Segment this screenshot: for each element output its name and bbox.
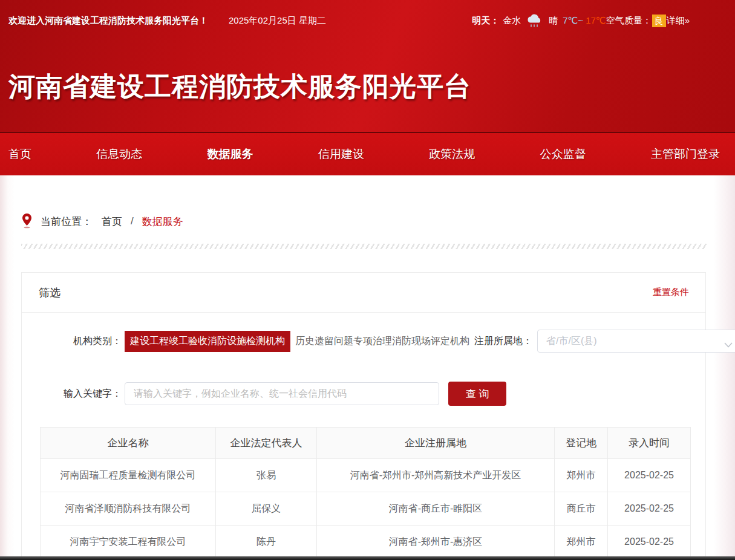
table-cell: 河南省泽顺消防科技有限公司 — [41, 492, 216, 526]
weather-condition: 晴 — [549, 15, 558, 27]
breadcrumb-separator: / — [131, 215, 134, 227]
breadcrumb: 当前位置： 首页 / 数据服务 — [22, 213, 183, 230]
category-option[interactable]: 建设工程竣工验收消防设施检测机构 — [125, 331, 290, 352]
air-quality-badge: 良 — [652, 15, 666, 27]
region-select[interactable]: 省/市/区(县) — [537, 330, 735, 353]
location-pin-icon — [22, 213, 32, 230]
nav-item[interactable]: 首页 — [8, 146, 31, 162]
weather-district: 金水 — [503, 15, 521, 27]
table-cell: 河南省-郑州市-惠济区 — [317, 526, 555, 559]
nav-item[interactable]: 信用建设 — [318, 146, 364, 162]
date-text: 2025年02月25日 星期二 — [229, 15, 326, 27]
slash-pattern-divider — [21, 244, 707, 249]
table-cell: 郑州市 — [555, 459, 608, 492]
breadcrumb-current: 数据服务 — [142, 215, 183, 229]
page-title: 河南省建设工程消防技术服务阳光平台 — [8, 69, 471, 105]
weather-temp-high: 17℃ — [586, 15, 606, 26]
table-cell: 商丘市 — [555, 492, 608, 526]
weather-detail-link[interactable]: 详细» — [667, 15, 690, 27]
region-select-placeholder: 省/市/区(县) — [546, 335, 597, 348]
nav-item[interactable]: 公众监督 — [540, 146, 586, 162]
table-cell: 河南省-郑州市-郑州高新技术产业开发区 — [317, 459, 555, 492]
nav-item[interactable]: 信息动态 — [96, 146, 142, 162]
chevron-down-icon — [724, 339, 733, 350]
filter-panel: 筛选 重置条件 机构类别： 建设工程竣工验收消防设施检测机构历史遗留问题专项治理… — [21, 272, 706, 560]
welcome-text: 欢迎进入河南省建设工程消防技术服务阳光平台！ — [8, 15, 208, 27]
air-quality-label: 空气质量： — [606, 15, 652, 27]
keyword-input[interactable] — [125, 382, 439, 405]
filter-panel-body: 机构类别： 建设工程竣工验收消防设施检测机构历史遗留问题专项治理消防现场评定机构… — [22, 313, 705, 559]
region-label: 注册所属地： — [474, 335, 532, 348]
weather-widget: 明天： 金水 晴 7℃~ 17℃ 空气质量： 良 详细» — [472, 13, 690, 28]
table-header-cell: 企业名称 — [41, 428, 216, 459]
filter-panel-header: 筛选 重置条件 — [22, 273, 705, 313]
category-label: 机构类别： — [57, 335, 122, 348]
table-cell: 河南宇宁安装工程有限公司 — [41, 526, 216, 559]
table-row[interactable]: 河南宇宁安装工程有限公司陈丹河南省-郑州市-惠济区郑州市2025-02-25 — [41, 526, 691, 559]
table-cell: 2025-02-25 — [608, 459, 691, 492]
weather-tomorrow-label: 明天： — [472, 15, 499, 27]
table-cell: 2025-02-25 — [608, 492, 691, 526]
table-header-cell: 录入时间 — [608, 428, 691, 459]
page: 欢迎进入河南省建设工程消防技术服务阳光平台！ 2025年02月25日 星期二 明… — [0, 0, 735, 560]
table-cell: 郑州市 — [555, 526, 608, 559]
nav-item[interactable]: 政策法规 — [429, 146, 475, 162]
breadcrumb-label: 当前位置： — [41, 215, 92, 229]
table-cell: 陈丹 — [216, 526, 317, 559]
table-cell: 河南固瑞工程质量检测有限公司 — [41, 459, 216, 492]
table-row[interactable]: 河南省泽顺消防科技有限公司屈保义河南省-商丘市-睢阳区商丘市2025-02-25 — [41, 492, 691, 526]
content-area: 当前位置： 首页 / 数据服务 筛选 重置条件 机构类别： 建设工程竣工验收消防… — [0, 175, 735, 560]
table-cell: 屈保义 — [216, 492, 317, 526]
table-header-row: 企业名称企业法定代表人企业注册属地登记地录入时间 — [41, 428, 691, 459]
nav-item[interactable]: 主管部门登录 — [651, 146, 720, 162]
keyword-filter-row: 输入关键字： 查 询 — [57, 382, 689, 406]
breadcrumb-home-link[interactable]: 首页 — [102, 215, 122, 229]
table-header-cell: 企业注册属地 — [317, 428, 555, 459]
table-cell: 河南省-商丘市-睢阳区 — [317, 492, 555, 526]
top-bar: 欢迎进入河南省建设工程消防技术服务阳光平台！ 2025年02月25日 星期二 明… — [0, 0, 735, 28]
table-cell: 张易 — [216, 459, 317, 492]
table-header-cell: 登记地 — [555, 428, 608, 459]
table-row[interactable]: 河南固瑞工程质量检测有限公司张易河南省-郑州市-郑州高新技术产业开发区郑州市20… — [41, 459, 691, 492]
site-header: 欢迎进入河南省建设工程消防技术服务阳光平台！ 2025年02月25日 星期二 明… — [0, 0, 735, 132]
cloud-drizzle-icon — [526, 13, 544, 28]
weather-temp-low: 7℃~ — [563, 15, 583, 26]
category-options: 建设工程竣工验收消防设施检测机构历史遗留问题专项治理消防现场评定机构 — [125, 331, 474, 352]
category-filter-row: 机构类别： 建设工程竣工验收消防设施检测机构历史遗留问题专项治理消防现场评定机构… — [57, 330, 689, 353]
category-option[interactable]: 历史遗留问题专项治理消防现场评定机构 — [290, 331, 474, 352]
filter-panel-title: 筛选 — [39, 285, 60, 300]
reset-filters-link[interactable]: 重置条件 — [653, 287, 689, 298]
nav-item[interactable]: 数据服务 — [207, 146, 253, 162]
main-nav: 首页信息动态数据服务信用建设政策法规公众监督主管部门登录 — [0, 132, 735, 175]
table-header-cell: 企业法定代表人 — [216, 428, 317, 459]
results-table: 企业名称企业法定代表人企业注册属地登记地录入时间 河南固瑞工程质量检测有限公司张… — [40, 427, 691, 559]
keyword-label: 输入关键字： — [57, 388, 122, 400]
bottom-edge-strip — [0, 556, 735, 560]
search-button[interactable]: 查 询 — [448, 382, 506, 406]
table-cell: 2025-02-25 — [608, 526, 691, 559]
